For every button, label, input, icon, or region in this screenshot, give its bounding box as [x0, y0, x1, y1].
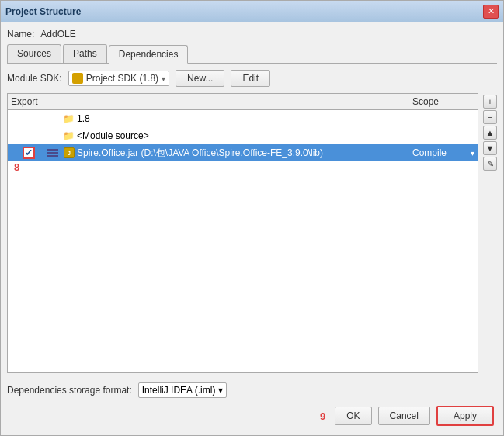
header-scope: Scope [412, 96, 474, 107]
jar-icon: J [64, 147, 75, 158]
apply-button[interactable]: Apply [436, 406, 494, 426]
remove-dependency-button[interactable]: − [483, 110, 497, 124]
storage-value: IntelliJ IDEA (.iml) [142, 385, 216, 396]
cancel-button[interactable]: Cancel [378, 407, 430, 425]
folder-icon-2: 📁 [62, 130, 75, 141]
title-controls: ✕ [483, 5, 499, 19]
table-row-selected[interactable]: ✓ J Spire.Office.jar (D:\包\JAVA Office\S… [8, 144, 478, 161]
sdk-dropdown-arrow: ▾ [162, 74, 165, 83]
jar-checkbox[interactable]: ✓ [23, 147, 35, 159]
row-name-3: J Spire.Office.jar (D:\包\JAVA Office\Spi… [47, 147, 412, 160]
header-export: Export [11, 96, 50, 107]
sdk-icon [72, 73, 83, 84]
scope-arrow: ▾ [471, 149, 474, 157]
move-down-button[interactable]: ▼ [483, 141, 497, 155]
storage-row: Dependencies storage format: IntelliJ ID… [7, 379, 497, 401]
new-button[interactable]: New... [176, 70, 224, 87]
name-value: AddOLE [40, 29, 75, 40]
row-name-2: 📁 <Module source> [47, 130, 412, 141]
title-bar: Project Structure ✕ [1, 1, 503, 22]
row-text-1: 1.8 [77, 113, 90, 124]
header-name [50, 96, 412, 107]
edit-dependency-button[interactable]: ✎ [483, 157, 497, 171]
storage-label: Dependencies storage format: [7, 385, 132, 396]
footer-buttons: 9 OK Cancel Apply [7, 401, 497, 429]
tab-paths[interactable]: Paths [63, 44, 107, 63]
edit-button[interactable]: Edit [231, 70, 270, 87]
move-up-button[interactable]: ▲ [483, 126, 497, 140]
tabs-row: Sources Paths Dependencies [7, 44, 497, 64]
content-area: Name: AddOLE Sources Paths Dependencies … [1, 22, 503, 435]
table-row[interactable]: 📁 <Module source> [8, 127, 478, 144]
lines-icon [47, 147, 59, 158]
sidebar-controls: + − ▲ ▼ ✎ [481, 93, 497, 373]
tab-dependencies[interactable]: Dependencies [109, 45, 189, 64]
scope-cell-3[interactable]: Compile ▾ [412, 147, 474, 158]
main-area: Export Scope 📁 1.8 [7, 93, 497, 373]
storage-arrow-icon: ▾ [218, 385, 223, 396]
tab-sources[interactable]: Sources [7, 44, 61, 63]
name-label: Name: [7, 29, 34, 40]
table-header: Export Scope [8, 94, 478, 110]
checkbox-check: ✓ [25, 147, 33, 158]
name-row: Name: AddOLE [7, 29, 497, 40]
folder-icon-1: 📁 [62, 113, 75, 124]
footer-badge-9: 9 [320, 410, 325, 422]
row-text-3: Spire.Office.jar (D:\包\JAVA Office\Spire… [77, 147, 323, 160]
badge-row: 8 [8, 161, 478, 173]
add-dependency-button[interactable]: + [483, 95, 497, 109]
table-body: 📁 1.8 📁 <Module source> [8, 110, 478, 372]
row-text-2: <Module source> [77, 130, 149, 141]
close-button[interactable]: ✕ [483, 5, 499, 19]
sdk-value: Project SDK (1.8) [86, 73, 158, 84]
window-title: Project Structure [5, 6, 81, 17]
dependencies-table: Export Scope 📁 1.8 [7, 93, 478, 373]
scope-text: Compile [412, 147, 447, 158]
module-sdk-row: Module SDK: Project SDK (1.8) ▾ New... E… [7, 70, 497, 87]
checkbox-cell-3[interactable]: ✓ [11, 147, 47, 159]
row-name-1: 📁 1.8 [47, 113, 412, 124]
module-sdk-label: Module SDK: [7, 73, 62, 84]
badge-8: 8 [14, 161, 19, 173]
main-window: Project Structure ✕ Name: AddOLE Sources… [0, 0, 504, 436]
ok-button[interactable]: OK [335, 407, 371, 425]
module-sdk-combo[interactable]: Project SDK (1.8) ▾ [68, 71, 169, 86]
table-row[interactable]: 📁 1.8 [8, 110, 478, 127]
storage-select[interactable]: IntelliJ IDEA (.iml) ▾ [138, 382, 228, 398]
